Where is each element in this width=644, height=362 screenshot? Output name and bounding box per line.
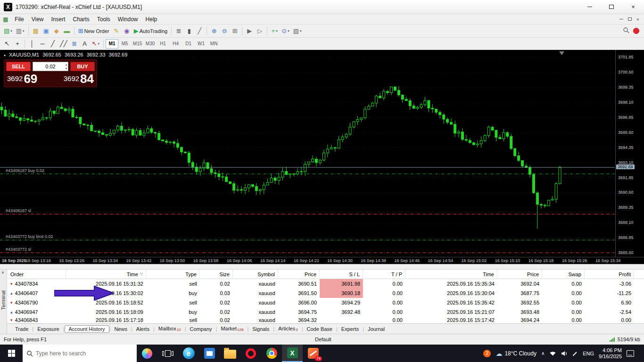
- toolbar-periods-button[interactable]: ⊙▾: [280, 26, 291, 36]
- column-header-sl[interactable]: S / L: [320, 270, 363, 279]
- buy-button[interactable]: BUY: [70, 62, 95, 71]
- toolbar-text-button[interactable]: A: [80, 39, 90, 49]
- tab-journal[interactable]: Journal: [364, 325, 388, 333]
- tab-alerts[interactable]: Alerts: [132, 325, 153, 333]
- timeframe-w1-button[interactable]: W1: [195, 39, 207, 49]
- tab-experts[interactable]: Experts: [338, 325, 363, 333]
- action-center-icon[interactable]: [627, 350, 634, 357]
- taskbar-app-app-orange[interactable]: 74: [303, 345, 323, 362]
- toolbar-zoom-out-button[interactable]: ⊖: [219, 26, 230, 36]
- tab-trade[interactable]: Trade: [11, 325, 32, 333]
- history-row[interactable]: ▴434064072025.09.16 15:30:02buy0.03xauus…: [8, 288, 644, 298]
- panel-splitter[interactable]: [0, 264, 644, 270]
- toolbar-horizontal-line-button[interactable]: ─: [37, 39, 48, 49]
- menu-help[interactable]: Help: [142, 15, 161, 24]
- tab-code-base[interactable]: Code Base: [303, 325, 336, 333]
- toolbar-autotrading-button[interactable]: ▶AutoTrading: [132, 26, 170, 36]
- volume-input[interactable]: 0.02 ▴▾: [33, 62, 68, 71]
- toolbar-navigator-button[interactable]: ◆: [51, 26, 62, 36]
- volume-spinner[interactable]: ▴▾: [66, 63, 67, 70]
- toolbar-tile-windows-button[interactable]: ⊞: [230, 26, 240, 36]
- toolbar-chart-shift-button[interactable]: ▷: [255, 26, 265, 36]
- mdi-restore-button[interactable]: [628, 17, 632, 21]
- toolbar-metaeditor-button[interactable]: ✎: [111, 26, 122, 36]
- toolbar-market-watch-button[interactable]: ▦: [31, 26, 41, 36]
- menu-charts[interactable]: Charts: [69, 15, 93, 24]
- taskbar-app-file-explorer[interactable]: [220, 345, 240, 362]
- language-indicator[interactable]: ENG: [583, 351, 594, 356]
- history-row[interactable]: ▾434067902025.09.16 15:18:52sell0.02xauu…: [8, 298, 644, 307]
- mdi-minimize-button[interactable]: [619, 19, 623, 19]
- terminal-close-icon[interactable]: ×: [1, 270, 4, 275]
- history-row[interactable]: ▾434068432025.09.16 15:17:18sell0.02xauu…: [8, 317, 644, 323]
- tab-mailbox[interactable]: Mailbox10: [155, 325, 185, 333]
- mdi-close-button[interactable]: ×: [636, 17, 639, 22]
- sell-button[interactable]: SELL: [6, 62, 31, 71]
- taskbar-app-opera[interactable]: [240, 345, 261, 362]
- tab-company[interactable]: Company: [186, 325, 215, 333]
- column-header-symbol[interactable]: Symbol: [233, 270, 278, 279]
- chart-area[interactable]: ▴ XAUUSD,M1 3692.65 3693.26 3692.33 3692…: [0, 50, 644, 264]
- search-input[interactable]: [36, 350, 121, 357]
- toolbar-auto-scroll-button[interactable]: ▶: [244, 26, 255, 36]
- column-header-profit[interactable]: Profit: [585, 270, 634, 279]
- toolbar-trendline-button[interactable]: ╱: [48, 39, 58, 49]
- task-view-button[interactable]: [157, 345, 178, 362]
- taskbar-app-excel[interactable]: X: [282, 345, 303, 362]
- timeframe-h4-button[interactable]: H4: [169, 39, 182, 49]
- tab-market[interactable]: Market128: [217, 325, 247, 333]
- wifi-icon[interactable]: [549, 351, 556, 356]
- toolbar-fibonacci-button[interactable]: ≣: [69, 39, 80, 49]
- toolbar-new-order-button[interactable]: ⊞New Order: [76, 26, 111, 36]
- cortana-button[interactable]: [137, 345, 157, 362]
- toolbar-indicators-button[interactable]: +▾: [269, 26, 280, 36]
- taskbar-app-store[interactable]: [199, 345, 220, 362]
- column-header-tp[interactable]: T / P: [363, 270, 405, 279]
- toolbar-arrows-button[interactable]: ↖▾: [90, 39, 101, 49]
- toolbar-vertical-line-button[interactable]: │: [27, 39, 37, 49]
- toolbar-templates-button[interactable]: ▧▾: [291, 26, 304, 36]
- pen-icon[interactable]: [572, 351, 578, 356]
- column-header-type[interactable]: Type: [146, 270, 200, 279]
- weather-widget[interactable]: ☁ 18°C Cloudy: [495, 350, 537, 357]
- toolbar-crosshair-button[interactable]: +: [12, 39, 23, 49]
- menu-insert[interactable]: Insert: [47, 15, 69, 24]
- close-button[interactable]: ×: [622, 0, 644, 14]
- notification-badge-icon[interactable]: [633, 28, 639, 34]
- tab-news[interactable]: News: [110, 325, 131, 333]
- notification-count-badge[interactable]: 2: [483, 350, 491, 357]
- maximize-button[interactable]: [601, 0, 622, 14]
- chart-window-icon[interactable]: ▦: [3, 16, 8, 23]
- toolbar-zoom-in-button[interactable]: ⊕: [209, 26, 219, 36]
- one-click-toggle-icon[interactable]: ▴: [4, 53, 6, 57]
- toolbar-new-chart-button[interactable]: ▤▾: [2, 26, 14, 36]
- column-header-price[interactable]: Price: [278, 270, 320, 279]
- start-button[interactable]: [0, 345, 23, 362]
- taskbar-clock[interactable]: 4:06 PM 9/16/2025: [599, 347, 622, 360]
- toolbar-data-window-button[interactable]: ▣: [41, 26, 51, 36]
- menu-view[interactable]: View: [28, 15, 48, 24]
- tab-articles[interactable]: Articles3: [274, 325, 302, 333]
- timeframe-h1-button[interactable]: H1: [157, 39, 169, 49]
- taskbar-app-edge[interactable]: e: [178, 345, 199, 362]
- toolbar-channel-button[interactable]: ╱╱: [58, 39, 69, 49]
- column-header-swap[interactable]: Swap: [542, 270, 585, 279]
- search-icon[interactable]: [623, 27, 629, 35]
- timeframe-m30-button[interactable]: M30: [144, 39, 157, 49]
- tab-signals[interactable]: Signals: [248, 325, 273, 333]
- column-header-time[interactable]: Time▽: [66, 270, 146, 279]
- menu-window[interactable]: Window: [114, 15, 142, 24]
- taskbar-search[interactable]: [23, 345, 137, 362]
- column-header-order[interactable]: Order: [8, 270, 66, 279]
- timeframe-d1-button[interactable]: D1: [182, 39, 195, 49]
- toolbar-terminal-panel-button[interactable]: ▬: [62, 26, 72, 36]
- toolbar-cursor-button[interactable]: ↖: [2, 39, 12, 49]
- toolbar-chart-bars-button[interactable]: ≣: [173, 26, 184, 36]
- column-header-size[interactable]: Size: [200, 270, 233, 279]
- column-header-price[interactable]: Price: [497, 270, 542, 279]
- toolbar-profiles-button[interactable]: ▥▾: [14, 26, 26, 36]
- timeframe-m15-button[interactable]: M15: [131, 39, 144, 49]
- history-row[interactable]: ▾434078342025.09.16 15:31:32sell0.02xauu…: [8, 279, 644, 288]
- timeframe-mn-button[interactable]: MN: [207, 39, 220, 49]
- menu-file[interactable]: File: [11, 15, 27, 24]
